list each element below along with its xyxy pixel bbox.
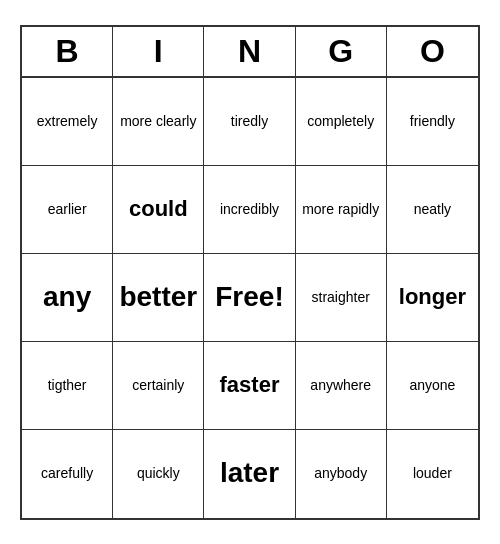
bingo-cell-text-10: any <box>43 279 91 315</box>
bingo-cell-22[interactable]: later <box>204 430 295 518</box>
bingo-cell-4[interactable]: friendly <box>387 78 478 166</box>
bingo-cell-text-8: more rapidly <box>302 200 379 218</box>
bingo-header: BINGO <box>22 27 478 78</box>
bingo-cell-text-20: carefully <box>41 464 93 482</box>
bingo-grid: extremelymore clearlytiredlycompletelyfr… <box>22 78 478 518</box>
bingo-cell-19[interactable]: anyone <box>387 342 478 430</box>
bingo-cell-21[interactable]: quickly <box>113 430 204 518</box>
bingo-cell-text-2: tiredly <box>231 112 268 130</box>
bingo-cell-16[interactable]: certainly <box>113 342 204 430</box>
bingo-cell-text-11: better <box>119 279 197 315</box>
header-letter-o: O <box>387 27 478 76</box>
header-letter-n: N <box>204 27 295 76</box>
bingo-cell-18[interactable]: anywhere <box>296 342 387 430</box>
bingo-cell-11[interactable]: better <box>113 254 204 342</box>
bingo-cell-1[interactable]: more clearly <box>113 78 204 166</box>
bingo-cell-text-6: could <box>129 195 188 224</box>
bingo-cell-text-0: extremely <box>37 112 98 130</box>
header-letter-i: I <box>113 27 204 76</box>
bingo-cell-7[interactable]: incredibly <box>204 166 295 254</box>
bingo-cell-24[interactable]: louder <box>387 430 478 518</box>
bingo-cell-text-1: more clearly <box>120 112 196 130</box>
bingo-cell-9[interactable]: neatly <box>387 166 478 254</box>
bingo-cell-text-24: louder <box>413 464 452 482</box>
bingo-cell-text-16: certainly <box>132 376 184 394</box>
bingo-cell-text-22: later <box>220 455 279 491</box>
bingo-cell-8[interactable]: more rapidly <box>296 166 387 254</box>
bingo-cell-text-17: faster <box>220 371 280 400</box>
bingo-cell-10[interactable]: any <box>22 254 113 342</box>
bingo-cell-text-7: incredibly <box>220 200 279 218</box>
bingo-cell-text-4: friendly <box>410 112 455 130</box>
bingo-cell-text-5: earlier <box>48 200 87 218</box>
bingo-card: BINGO extremelymore clearlytiredlycomple… <box>20 25 480 520</box>
bingo-cell-13[interactable]: straighter <box>296 254 387 342</box>
bingo-cell-5[interactable]: earlier <box>22 166 113 254</box>
header-letter-b: B <box>22 27 113 76</box>
bingo-cell-text-9: neatly <box>414 200 451 218</box>
bingo-cell-text-23: anybody <box>314 464 367 482</box>
bingo-cell-text-13: straighter <box>312 288 370 306</box>
bingo-cell-23[interactable]: anybody <box>296 430 387 518</box>
header-letter-g: G <box>296 27 387 76</box>
bingo-cell-text-19: anyone <box>409 376 455 394</box>
bingo-cell-15[interactable]: tigther <box>22 342 113 430</box>
bingo-cell-12[interactable]: Free! <box>204 254 295 342</box>
bingo-cell-3[interactable]: completely <box>296 78 387 166</box>
bingo-cell-17[interactable]: faster <box>204 342 295 430</box>
bingo-cell-20[interactable]: carefully <box>22 430 113 518</box>
bingo-cell-2[interactable]: tiredly <box>204 78 295 166</box>
bingo-cell-6[interactable]: could <box>113 166 204 254</box>
bingo-cell-text-14: longer <box>399 283 466 312</box>
bingo-cell-text-3: completely <box>307 112 374 130</box>
bingo-cell-text-18: anywhere <box>310 376 371 394</box>
bingo-cell-14[interactable]: longer <box>387 254 478 342</box>
bingo-cell-text-12: Free! <box>215 279 283 315</box>
bingo-cell-text-15: tigther <box>48 376 87 394</box>
bingo-cell-0[interactable]: extremely <box>22 78 113 166</box>
bingo-cell-text-21: quickly <box>137 464 180 482</box>
